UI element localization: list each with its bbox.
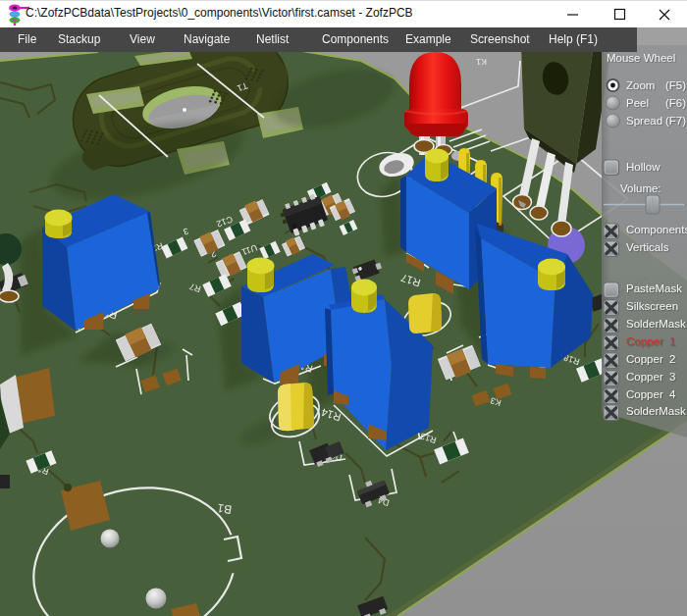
svg-text:B1: B1 xyxy=(216,501,233,517)
svg-text:K1: K1 xyxy=(476,57,487,67)
